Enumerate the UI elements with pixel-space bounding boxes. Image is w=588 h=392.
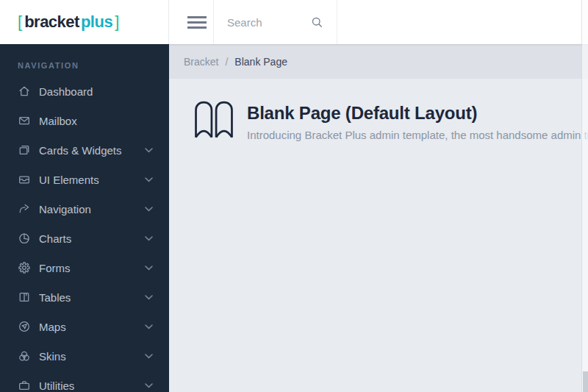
cards-icon	[18, 143, 31, 157]
menu-icon	[187, 26, 207, 29]
sidebar-item-navigation[interactable]: Navigation	[0, 194, 169, 224]
search-box	[214, 0, 337, 44]
sidebar-item-label: Tables	[39, 291, 145, 304]
sidebar-item-label: Utilities	[39, 379, 145, 392]
breadcrumb-separator: /	[225, 56, 228, 68]
mail-icon	[18, 114, 31, 127]
logo[interactable]: [ bracket plus ]	[0, 0, 169, 44]
sidebar-item-dashboard[interactable]: Dashboard	[0, 76, 169, 106]
search-icon[interactable]	[311, 16, 323, 29]
chevron-down-icon	[145, 295, 153, 300]
compass-icon	[18, 320, 31, 333]
briefcase-icon	[18, 379, 31, 392]
skins-circles-icon	[18, 349, 31, 363]
logo-bracket-close: ]	[115, 14, 119, 30]
sidebar-item-skins[interactable]: Skins	[0, 341, 169, 371]
table-icon	[18, 291, 31, 304]
breadcrumb-current: Blank Page	[234, 56, 287, 68]
menu-toggle-button[interactable]	[187, 16, 207, 29]
nav-section-label: NAVIGATION	[18, 61, 169, 70]
chevron-down-icon	[145, 354, 153, 359]
breadcrumb-link[interactable]: Bracket	[184, 56, 218, 68]
sidebar-item-charts[interactable]: Charts	[0, 224, 169, 253]
pie-chart-icon	[18, 232, 31, 245]
app-window: [ bracket plus ] NAVIGATION DashboardMai…	[0, 0, 588, 392]
main-content: Blank Page (Default Layout) Introducing …	[169, 79, 588, 392]
sidebar-item-label: Dashboard	[39, 85, 153, 98]
sidebar-item-label: Mailbox	[39, 115, 153, 127]
scrollbar[interactable]	[581, 0, 588, 392]
sidebar-item-forms[interactable]: Forms	[0, 253, 169, 282]
sidebar-item-mailbox[interactable]: Mailbox	[0, 106, 169, 135]
chevron-down-icon	[145, 148, 153, 153]
sidebar-item-cards-widgets[interactable]: Cards & Widgets	[0, 135, 169, 165]
menu-icon	[187, 21, 207, 24]
page-header-text: Blank Page (Default Layout) Introducing …	[247, 99, 588, 141]
open-book-icon	[193, 99, 235, 142]
home-icon	[18, 85, 31, 98]
sidebar-item-label: Navigation	[39, 203, 145, 215]
sidebar-item-tables[interactable]: Tables	[0, 282, 169, 312]
chevron-down-icon	[145, 324, 153, 329]
logo-name: bracket	[24, 14, 79, 30]
sidebar-item-utilities[interactable]: Utilities	[0, 371, 169, 392]
scrollbar-thumb[interactable]	[583, 371, 588, 392]
top-header	[169, 0, 588, 44]
sidebar-item-label: Charts	[39, 232, 145, 245]
sidebar-item-maps[interactable]: Maps	[0, 312, 169, 341]
forward-arrow-icon	[18, 202, 31, 215]
sidebar-item-ui-elements[interactable]: UI Elements	[0, 165, 169, 194]
inbox-icon	[18, 173, 31, 186]
sidebar-menu: DashboardMailboxCards & WidgetsUI Elemen…	[0, 76, 169, 392]
search-input[interactable]	[227, 16, 311, 29]
chevron-down-icon	[145, 207, 153, 212]
logo-bracket-open: [	[18, 14, 22, 30]
sidebar: [ bracket plus ] NAVIGATION DashboardMai…	[0, 0, 169, 392]
logo-accent: plus	[81, 14, 112, 30]
gear-icon	[18, 261, 31, 274]
sidebar-item-label: Cards & Widgets	[39, 144, 145, 157]
sidebar-item-label: Skins	[39, 350, 145, 363]
chevron-down-icon	[145, 177, 153, 182]
sidebar-item-label: Forms	[39, 262, 145, 274]
breadcrumb: Bracket/Blank Page	[169, 44, 588, 79]
page-subtitle: Introducing Bracket Plus admin template,…	[247, 129, 588, 141]
sidebar-nav: NAVIGATION DashboardMailboxCards & Widge…	[0, 61, 169, 392]
page-header: Blank Page (Default Layout) Introducing …	[193, 99, 588, 142]
chevron-down-icon	[145, 383, 153, 388]
header-divider	[337, 0, 337, 44]
chevron-down-icon	[145, 236, 153, 241]
chevron-down-icon	[145, 266, 153, 271]
sidebar-item-label: Maps	[39, 321, 145, 333]
page-title: Blank Page (Default Layout)	[247, 103, 588, 124]
menu-icon	[187, 16, 207, 18]
sidebar-item-label: UI Elements	[39, 174, 145, 186]
